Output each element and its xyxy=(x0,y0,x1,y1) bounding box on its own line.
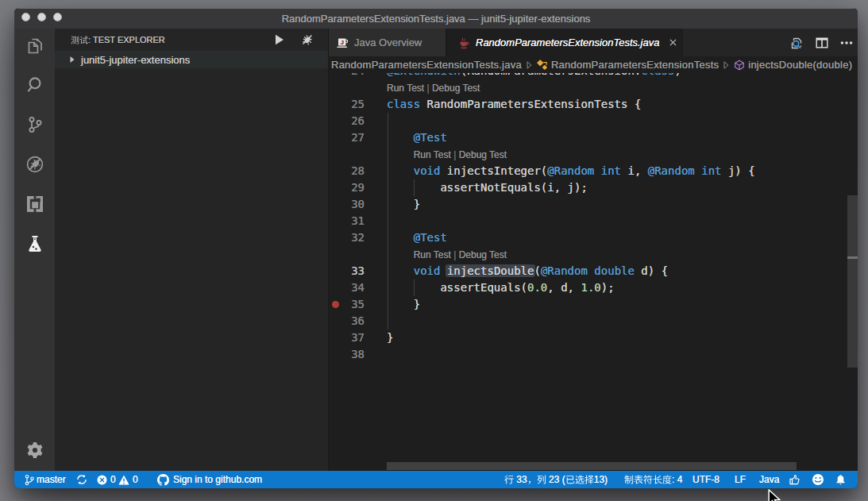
activity-bar-explorer[interactable] xyxy=(14,29,55,61)
mouse-cursor xyxy=(768,489,784,501)
eol-indicator[interactable]: LF xyxy=(735,471,746,488)
workbench: : TEST EXPLORER xyxy=(14,29,858,471)
code-line-24: @ExtendWith(RandomParametersExtension.cl… xyxy=(387,73,681,79)
codelens-link[interactable]: Run Test xyxy=(387,83,424,94)
error-icon[interactable] xyxy=(97,471,107,488)
codelens-link[interactable]: Run Test xyxy=(414,249,451,260)
encoding[interactable]: UTF-8 xyxy=(692,471,719,488)
activity-bar-source-control[interactable] xyxy=(14,109,55,141)
horizontal-scrollbar[interactable] xyxy=(387,462,797,470)
cursor-position[interactable]: 33 23 (13) xyxy=(504,471,608,488)
line-number[interactable]: 26 xyxy=(329,113,365,129)
line-number[interactable]: 33 xyxy=(329,263,365,279)
breadcrumbs: RandomParametersExtensionTests.java Rand… xyxy=(329,56,858,73)
chevron-right-icon xyxy=(69,56,77,64)
vscode-window: RandomParametersExtensionTests.java — ju… xyxy=(14,8,858,488)
line-number[interactable]: 27 xyxy=(329,129,365,146)
code-line-29: assertNotEquals(i, j); xyxy=(387,179,588,196)
code-line-33: void injectsDouble(@Random double d) { xyxy=(387,263,668,279)
title-bar: RandomParametersExtensionTests.java — ju… xyxy=(14,8,858,29)
code-editor[interactable]: 242526272829303132333435363738 @ExtendWi… xyxy=(329,73,858,471)
sidebar-title: : TEST EXPLORER xyxy=(71,29,165,51)
breadcrumb-method[interactable]: injectsDouble(double) xyxy=(748,59,852,71)
debug-tests-icon xyxy=(301,33,314,46)
codelens-link[interactable]: Debug Test xyxy=(459,249,507,260)
line-number[interactable]: 32 xyxy=(329,229,365,246)
codelens-link[interactable]: Run Test xyxy=(414,149,451,160)
tree-item-junit5-jupiter-extensions[interactable]: junit5-jupiter-extensions xyxy=(55,51,328,68)
explorer-icon xyxy=(25,35,45,56)
line-number[interactable]: 30 xyxy=(329,196,365,213)
feedback-icon[interactable] xyxy=(788,471,800,488)
line-number[interactable]: 29 xyxy=(329,179,365,196)
more-actions-button[interactable] xyxy=(838,34,854,51)
tab-size[interactable]: : 4 xyxy=(624,471,682,488)
file-search-action[interactable] xyxy=(788,34,804,51)
tab-java-overview[interactable]: J Java Overview xyxy=(329,29,447,56)
error-count[interactable]: 0 xyxy=(110,471,116,488)
github-icon xyxy=(157,471,169,488)
breakpoint-dot[interactable] xyxy=(332,301,339,308)
line-number[interactable]: 31 xyxy=(329,213,365,229)
line-number[interactable]: 37 xyxy=(329,330,365,346)
git-branch-icon xyxy=(24,471,35,488)
line-number[interactable]: 38 xyxy=(329,346,365,363)
symbol-method-icon xyxy=(734,60,745,71)
side-bar: : TEST EXPLORER xyxy=(55,29,328,471)
activity-bar-settings[interactable] xyxy=(14,434,55,466)
split-editor-icon xyxy=(815,36,829,50)
language-mode[interactable]: Java xyxy=(759,471,779,488)
line-number[interactable]: 24 xyxy=(329,73,365,79)
activity-bar-search[interactable] xyxy=(14,69,55,101)
activity-bar-test-explorer[interactable] xyxy=(14,228,55,260)
test-explorer-icon xyxy=(25,233,45,254)
sync-icon[interactable] xyxy=(76,471,87,488)
editor-actions xyxy=(788,29,855,56)
file-search-icon xyxy=(789,35,804,51)
sidebar-header: : TEST EXPLORER xyxy=(55,29,328,51)
code-line-28: void injectsInteger(@Random int i, @Rand… xyxy=(387,163,755,179)
split-editor-action[interactable] xyxy=(813,34,830,51)
codelens-link[interactable]: Debug Test xyxy=(459,149,507,160)
debug-tests-button[interactable] xyxy=(299,32,315,48)
java-file-icon xyxy=(457,37,470,49)
branch-name[interactable]: master xyxy=(37,471,66,488)
warning-icon[interactable] xyxy=(118,471,129,488)
code-line-25: class RandomParametersExtensionTests { xyxy=(387,96,641,113)
breadcrumb-file[interactable]: RandomParametersExtensionTests.java xyxy=(331,59,522,71)
activity-bar-debug[interactable] xyxy=(14,148,55,180)
activity-bar xyxy=(14,29,55,471)
codelens: Run Test | Debug Test xyxy=(414,146,507,163)
editor-group: J Java Overview RandomPar xyxy=(328,29,858,471)
bell-icon[interactable] xyxy=(835,471,847,488)
tab-label: RandomParametersExtensionTests.java xyxy=(476,37,659,48)
warning-count[interactable]: 0 xyxy=(133,471,138,488)
activity-bar-extensions[interactable] xyxy=(14,188,55,220)
line-number[interactable]: 34 xyxy=(329,279,365,296)
tab-bar: J Java Overview RandomPar xyxy=(329,29,858,56)
code-line-30: } xyxy=(387,196,420,213)
github-signin[interactable]: Sign in to github.com xyxy=(173,471,262,488)
search-icon xyxy=(25,75,45,95)
line-number[interactable]: 36 xyxy=(329,313,365,330)
close-icon xyxy=(669,39,677,46)
tab-label: Java Overview xyxy=(354,37,422,48)
debug-icon xyxy=(25,154,45,175)
selected-text: injectsDouble xyxy=(447,264,534,277)
desktop-background: RandomParametersExtensionTests.java — ju… xyxy=(0,0,868,501)
breadcrumb-separator-icon xyxy=(527,61,532,69)
more-actions-icon xyxy=(839,36,854,50)
code-line-37: } xyxy=(387,330,393,346)
breadcrumb-class[interactable]: RandomParametersExtensionTests xyxy=(551,59,719,71)
close-tab-button[interactable] xyxy=(665,35,681,51)
tab-randomparametersextensiontests[interactable]: RandomParametersExtensionTests.java xyxy=(447,29,683,56)
codelens-link[interactable]: Debug Test xyxy=(432,83,480,94)
symbol-class-icon xyxy=(537,60,548,71)
code-line-35: } xyxy=(387,296,420,313)
overview-ruler-mark xyxy=(847,256,858,259)
smiley-icon[interactable] xyxy=(812,471,824,488)
vertical-scrollbar[interactable] xyxy=(847,195,858,368)
run-all-tests-button[interactable] xyxy=(272,32,287,48)
line-number[interactable]: 28 xyxy=(329,163,365,179)
line-number[interactable]: 25 xyxy=(329,96,365,113)
